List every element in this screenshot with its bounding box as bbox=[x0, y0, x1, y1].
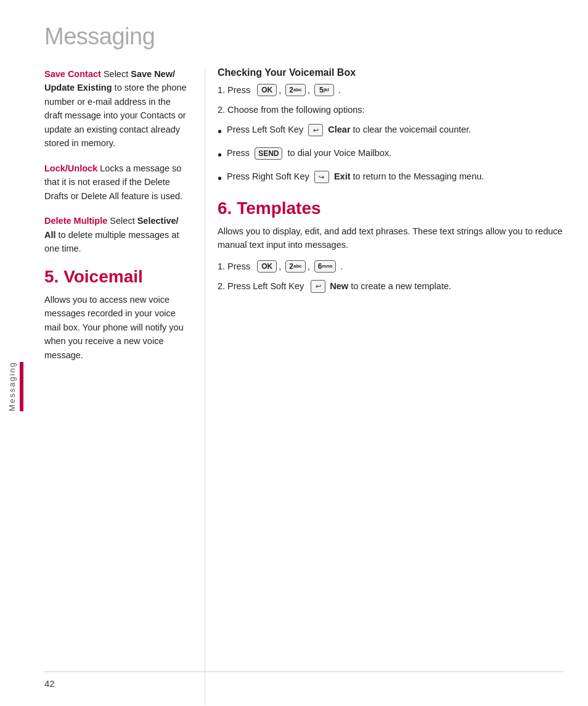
ok-key: OK bbox=[257, 84, 277, 96]
bullet-exit: • Press Right Soft Key ↪ Exit to return … bbox=[218, 170, 570, 187]
voicemail-heading: 5. Voicemail bbox=[44, 267, 190, 287]
checking-heading: Checking Your Voicemail Box bbox=[218, 67, 570, 78]
left-column: Save Contact Select Save New/ Update Exi… bbox=[44, 67, 205, 705]
checking-step1: 1. Press OK , 2 abc , 5 jkl . bbox=[218, 83, 570, 97]
voicemail-description: Allows you to access new voice messages … bbox=[44, 293, 190, 362]
templates-step1: 1. Press OK , 2 abc , 6 mno . bbox=[218, 260, 570, 273]
templates-step2: 2. Press Left Soft Key ↩ New to create a… bbox=[218, 279, 570, 293]
page-number: 42 bbox=[44, 678, 55, 689]
checking-step2: 2. Choose from the following options: bbox=[218, 103, 570, 117]
checking-bullets: • Press Left Soft Key ↩ Clear to clear t… bbox=[218, 123, 570, 187]
lock-unlock-term: Lock/Unlock bbox=[44, 163, 97, 173]
delete-multiple-term: Delete Multiple bbox=[44, 216, 107, 226]
right-column: Checking Your Voicemail Box 1. Press OK … bbox=[205, 67, 570, 705]
sidebar-bar bbox=[20, 362, 23, 411]
voicemail-section: 5. Voicemail Allows you to access new vo… bbox=[44, 267, 190, 362]
send-key: SEND bbox=[255, 147, 282, 160]
left-soft-key-clear-icon: ↩ bbox=[308, 124, 323, 137]
page-title: Messaging bbox=[0, 0, 588, 67]
checking-section: Checking Your Voicemail Box 1. Press OK … bbox=[218, 67, 570, 187]
delete-multiple-block: Delete Multiple Select Selective/ All to… bbox=[44, 214, 190, 255]
2abc-key: 2 abc bbox=[285, 84, 305, 96]
sidebar-label: Messaging bbox=[7, 361, 17, 411]
bullet-send: • Press SEND to dial your Voice Mailbox. bbox=[218, 147, 570, 164]
6mno-key: 6 mno bbox=[314, 260, 337, 273]
save-contact-term: Save Contact bbox=[44, 69, 101, 79]
lock-unlock-block: Lock/Unlock Locks a message so that it i… bbox=[44, 162, 190, 203]
right-soft-key-exit-icon: ↪ bbox=[314, 171, 329, 184]
left-soft-key-new-icon: ↩ bbox=[311, 280, 325, 293]
templates-section: 6. Templates Allows you to display, edit… bbox=[218, 199, 570, 293]
templates-heading: 6. Templates bbox=[218, 199, 570, 218]
2abc-key-2: 2 abc bbox=[285, 260, 305, 273]
bullet-clear: • Press Left Soft Key ↩ Clear to clear t… bbox=[218, 123, 570, 141]
5jkl-key: 5 jkl bbox=[314, 84, 334, 96]
ok-key-2: OK bbox=[257, 260, 277, 273]
sidebar: Messaging bbox=[0, 67, 23, 705]
templates-description: Allows you to display, edit, and add tex… bbox=[218, 224, 570, 252]
save-contact-block: Save Contact Select Save New/ Update Exi… bbox=[44, 67, 190, 150]
bottom-divider bbox=[44, 671, 563, 672]
